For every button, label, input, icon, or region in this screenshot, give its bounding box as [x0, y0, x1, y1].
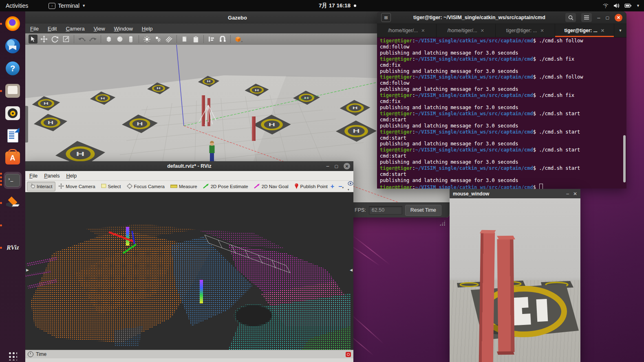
interact-tool-button[interactable]: Interact [27, 182, 55, 191]
sphere-icon[interactable] [115, 35, 124, 44]
terminal-tab[interactable]: tiger@tiger: ...✕ [496, 24, 555, 37]
mouse-window-titlebar[interactable]: mouse_window – ✕ [450, 189, 580, 198]
close-icon[interactable]: ✕ [615, 14, 622, 22]
copy-icon[interactable] [180, 35, 189, 44]
publish-point-tool-button[interactable]: Publish Point [291, 182, 331, 191]
terminal-headerbar[interactable]: ⊞ tiger@tiger: ~/VISIM_single/catkin_ws/… [377, 11, 626, 24]
maximize-icon[interactable]: ▢ [606, 15, 609, 20]
box-icon[interactable] [104, 35, 113, 44]
panel-expand-right[interactable]: ◀ [350, 268, 353, 272]
point-light-icon[interactable] [142, 35, 151, 44]
tab-close-icon[interactable]: ✕ [601, 28, 604, 33]
tab-close-icon[interactable]: ✕ [421, 28, 425, 33]
toolbar-separator [203, 35, 204, 43]
undo-icon[interactable] [77, 35, 86, 44]
select-arrow-icon[interactable] [29, 35, 37, 44]
dock-item-thunderbird[interactable] [4, 37, 22, 55]
terminal-output-line: cmd:start [380, 135, 626, 141]
scale-icon[interactable] [62, 35, 71, 44]
move-camera-tool-button[interactable]: Move Camera [55, 182, 98, 191]
camera-type-button[interactable]: ▾ [348, 181, 354, 191]
dock-item-firefox[interactable] [4, 15, 22, 32]
ubuntu-software-icon: A [5, 151, 20, 165]
view-cube-icon[interactable] [234, 35, 243, 44]
menu-file[interactable]: File [29, 173, 37, 179]
menu-help[interactable]: Help [142, 26, 153, 32]
menu-window[interactable]: Window [114, 26, 133, 32]
menu-view[interactable]: View [94, 26, 105, 32]
tab-close-icon[interactable]: ✕ [481, 28, 484, 33]
cylinder-icon[interactable] [126, 35, 135, 44]
dock-item-rviz[interactable]: RViz [4, 239, 22, 256]
app-menu[interactable]: › Terminal ▼ [49, 2, 86, 9]
close-icon[interactable]: ✕ [344, 163, 350, 169]
redo-icon[interactable] [88, 35, 97, 44]
dock-item-running-app[interactable] [4, 217, 22, 234]
activities-button[interactable]: Activities [0, 2, 34, 9]
tab-list-dropdown[interactable]: ▼ [614, 24, 626, 37]
system-status-area[interactable]: ? ▼ [602, 0, 640, 11]
pose-estimate-tool-button[interactable]: 2D Pose Estimate [200, 182, 251, 191]
remove-display-button[interactable]: −▾ [338, 183, 344, 190]
align-icon[interactable] [207, 35, 216, 44]
minimize-icon[interactable]: – [326, 163, 329, 169]
terminal-tab[interactable]: /home/tiger/...✕ [377, 24, 437, 37]
menu-button[interactable] [581, 13, 592, 22]
dock-item-gazebo[interactable] [4, 194, 22, 211]
terminal-scrollbar-thumb[interactable] [623, 135, 626, 182]
close-icon[interactable]: ✕ [573, 191, 577, 197]
camera-view[interactable] [450, 198, 580, 362]
reset-time-button[interactable]: Reset Time [405, 205, 441, 216]
nav-goal-tool-button[interactable]: 2D Nav Goal [251, 182, 291, 191]
dock-item-libreoffice[interactable] [4, 127, 22, 144]
spot-light-icon[interactable] [153, 35, 162, 44]
search-button[interactable] [565, 13, 576, 22]
fps-field[interactable]: 62.50 [369, 206, 402, 215]
terminal-tab[interactable]: /home/tiger/...✕ [437, 24, 496, 37]
dock-item-rhythmbox[interactable] [4, 105, 22, 122]
terminal-prompt-line: tiger@tiger:~/VISIM_single/catkin_ws/src… [380, 111, 626, 117]
translate-icon[interactable] [40, 35, 49, 44]
focus-camera-tool-button[interactable]: Focus Camera [124, 182, 168, 191]
snap-icon[interactable] [218, 35, 227, 44]
measure-tool-button[interactable]: Measure [168, 183, 200, 190]
menu-file[interactable]: File [30, 26, 39, 32]
terminal-tab-active[interactable]: tiger@tiger: ...✕ [555, 24, 615, 37]
paste-icon[interactable] [191, 35, 200, 44]
terminal-output-line: cmd:follow [380, 44, 626, 50]
tool-label: Interact [37, 184, 52, 189]
terminal-output-line: publishing and latching message for 3.0 … [380, 159, 626, 165]
time-panel-close-button[interactable] [346, 352, 351, 357]
menu-edit[interactable]: Edit [48, 26, 57, 32]
menu-camera[interactable]: Camera [66, 26, 84, 32]
show-applications-icon[interactable] [8, 351, 17, 360]
resize-grip[interactable] [439, 220, 446, 226]
menu-help[interactable]: Help [66, 173, 77, 179]
dock-item-terminal[interactable]: ›_ [4, 172, 22, 189]
terminal-output-line: cmd:start [380, 153, 626, 159]
eye-icon [348, 181, 354, 186]
rviz-titlebar[interactable]: default.rviz* - RViz – ▢ ✕ [25, 161, 353, 171]
panel-expand-left[interactable]: ▶ [26, 268, 29, 272]
directional-light-icon[interactable] [164, 35, 173, 44]
clock[interactable]: 7月 17 16:18 [319, 0, 356, 11]
terminal-prompt-line: tiger@tiger:~/VISIM_single/catkin_ws/src… [380, 147, 626, 153]
dock-item-ubuntu-software[interactable]: A [4, 149, 22, 167]
maximize-icon[interactable]: ▢ [335, 164, 338, 169]
menu-panels[interactable]: Panels [44, 173, 60, 179]
minimize-icon[interactable]: – [566, 191, 569, 197]
rviz-3d-viewport[interactable]: ▶ ◀ [25, 192, 353, 350]
tab-close-icon[interactable]: ✕ [540, 28, 544, 33]
side-panel-handle[interactable] [25, 106, 28, 143]
dock-item-help[interactable]: ? [4, 60, 22, 77]
minimize-icon[interactable]: – [597, 15, 600, 21]
select-tool-button[interactable]: Select [98, 182, 124, 190]
time-panel-header[interactable]: Time [25, 350, 353, 358]
terminal-output[interactable]: tiger@tiger:~/VISIM_single/catkin_ws/src… [377, 37, 626, 189]
tab-label: /home/tiger/... [388, 28, 418, 33]
add-display-button[interactable]: + [331, 183, 334, 190]
rotate-icon[interactable] [51, 35, 60, 44]
new-tab-button[interactable]: ⊞ [381, 13, 391, 22]
dock-item-files[interactable] [4, 82, 22, 99]
chevron-down-icon[interactable]: ▼ [636, 4, 640, 8]
